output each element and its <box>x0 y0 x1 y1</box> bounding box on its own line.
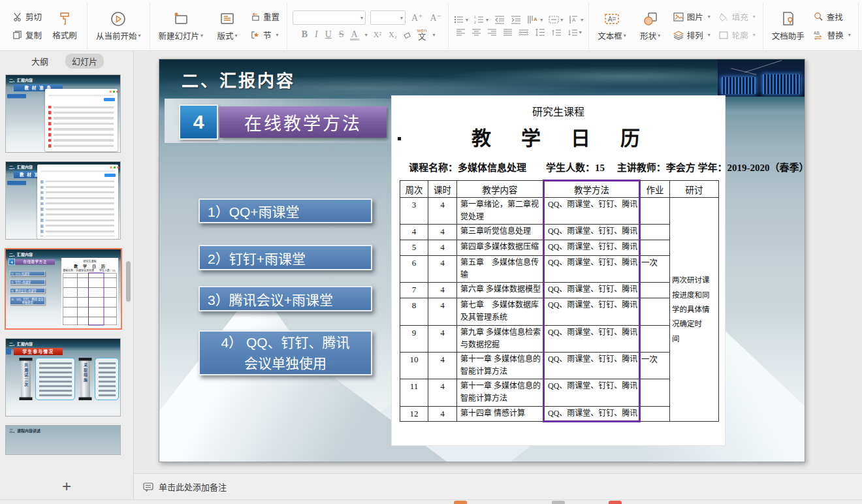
slide-thumbnail-3-selected[interactable]: 二、汇报内容 4 在线教学方法 1）QQ+雨课堂 2）钉钉+雨课堂 3）腾讯会议… <box>5 248 122 330</box>
fill-label: 填充 <box>732 10 748 23</box>
align-left-button[interactable] <box>456 28 466 37</box>
cell-content: 第三章听觉信息处理 <box>457 225 544 240</box>
cell-homework <box>640 283 670 298</box>
text-frame-button[interactable]: ▾ <box>549 15 563 24</box>
subscript-button[interactable]: X₂ <box>387 30 398 40</box>
decrease-indent-button[interactable] <box>494 15 505 24</box>
thumb3-method-2: 2）钉钉+雨课堂 <box>10 279 45 285</box>
reset-label: 重置 <box>263 10 279 23</box>
taskbar-app-1[interactable] <box>454 501 467 504</box>
section-button[interactable]: 节▾ <box>248 27 281 43</box>
thumbnail-scrollbar[interactable] <box>126 261 131 302</box>
character-spacing-button[interactable]: A▾ <box>569 15 583 24</box>
cell-week: 8 <box>400 298 428 325</box>
method-box-3[interactable]: 3）腾讯会议+雨课堂 <box>199 286 372 311</box>
building-2 <box>763 74 801 94</box>
cell-hours: 4 <box>428 225 457 240</box>
text-direction-icon: A <box>527 15 539 24</box>
italic-button[interactable]: I <box>313 29 319 40</box>
taskbar-app-2[interactable] <box>552 501 565 504</box>
new-slide-button[interactable]: 新建幻灯片▾ <box>155 9 207 43</box>
slide-thumbnail-4[interactable]: 二、汇报内容 学生参与情况 共测试三次 采取措施 <box>5 338 121 417</box>
method-box-2[interactable]: 2）钉钉+雨课堂 <box>199 245 372 270</box>
thumb3-highlight-column <box>88 273 104 326</box>
shapes-button[interactable]: 形状▾ <box>633 9 667 43</box>
align-right-icon <box>487 28 497 37</box>
thumb3-method-1: 1）QQ+雨课堂 <box>10 271 45 276</box>
method-box-1[interactable]: 1）QQ+雨课堂 <box>199 198 372 223</box>
superscript-button[interactable]: X² <box>372 30 383 40</box>
cell-homework <box>640 325 670 352</box>
header-week: 周次 <box>400 181 428 198</box>
para-space-after-button[interactable]: ▾ <box>567 28 582 37</box>
thumb4-scroll-left-text: 共测试三次 <box>23 363 29 399</box>
method-box-4[interactable]: 4） QQ、钉钉、腾讯 会议单独使用 <box>199 330 372 375</box>
cell-method: QQ、雨课堂、钉钉、腾讯 <box>544 225 640 240</box>
line-spacing-icon <box>535 28 545 37</box>
cell-homework <box>640 198 670 225</box>
copy-button[interactable]: 复制 <box>10 27 44 43</box>
notes-bar[interactable]: 单击此处添加备注 <box>134 473 862 499</box>
panel-tabs: 大纲 幻灯片 <box>0 51 133 71</box>
arrange-button[interactable]: 排列▾ <box>671 27 712 43</box>
topic-banner[interactable]: 在线教学方法 <box>219 106 387 138</box>
format-painter-button[interactable]: 格式刷 <box>48 10 82 42</box>
justify-button[interactable] <box>503 28 513 37</box>
tab-outline[interactable]: 大纲 <box>25 54 55 69</box>
bold-button[interactable]: B <box>300 29 309 40</box>
line-spacing-button[interactable] <box>535 28 545 37</box>
play-from-current-button[interactable]: 从当前开始▾ <box>93 9 144 43</box>
doc-assistant-button[interactable]: 文档助手 <box>769 9 808 43</box>
numbered-list-button[interactable]: 12▾ <box>474 15 488 24</box>
tab-slides[interactable]: 幻灯片 <box>65 54 104 69</box>
pinyin-guide-button[interactable]: wén文 <box>417 28 427 41</box>
grow-font-button[interactable]: A⁺ <box>410 12 424 24</box>
calendar-document-panel[interactable]: 研究生课程 教 学 日 历 课程名称：多媒体信息处理 学生人数：15 主讲教师：… <box>391 95 726 446</box>
number-badge[interactable]: 4 <box>179 104 218 140</box>
reset-button[interactable]: 重置 <box>248 9 281 25</box>
para-space-after-icon <box>567 28 578 37</box>
play-icon <box>110 10 127 27</box>
doc-assistant-icon <box>780 10 797 27</box>
layout-label: 版式 <box>217 29 234 42</box>
increase-indent-button[interactable] <box>511 15 521 24</box>
thumb3-course-info: 课程名称：多媒体信息处理 学生人数：15 主讲教师：李会方 学年：2019-20… <box>63 269 118 273</box>
slide-thumbnail-5[interactable]: 三、课程内容讲述 <box>5 425 121 455</box>
textbox-button[interactable]: A 文本框▾ <box>594 9 630 43</box>
cell-week: 7 <box>400 283 428 298</box>
text-direction-button[interactable]: A▾ <box>527 15 543 24</box>
thumb3-number-badge: 4 <box>8 259 15 265</box>
teaching-calendar-table[interactable]: 周次 课时 教学内容 教学方法 作业 研讨 34第一章绪论，第二章视觉处理QQ、… <box>400 180 719 422</box>
add-slide-button[interactable]: + <box>62 479 71 494</box>
thumbnail-list: 二、汇报内容 教 材 准 备 二、汇报内容 <box>0 71 133 473</box>
clear-format-icon[interactable] <box>403 30 413 40</box>
font-color-button[interactable]: A <box>350 29 359 40</box>
find-button[interactable]: 查找 <box>812 9 853 25</box>
align-center-button[interactable] <box>471 28 481 37</box>
slide-thumbnail-2[interactable]: 二、汇报内容 教 材 准 备 <box>5 161 121 240</box>
slide-canvas[interactable]: 二、汇报内容 4 在线教学方法 1）QQ+雨课堂 2）钉钉+雨课堂 3）腾讯会议… <box>159 59 805 462</box>
taskbar-app-3[interactable] <box>609 501 622 504</box>
para-space-before-button[interactable] <box>551 28 562 37</box>
shrink-font-button[interactable]: A⁻ <box>429 12 443 24</box>
bullet-list-button[interactable]: ▾ <box>454 15 468 24</box>
slide-thumbnail-1[interactable]: 二、汇报内容 教 材 准 备 <box>5 74 121 153</box>
thumb1-file-icons <box>48 106 52 148</box>
thumb3-method-4: 4） QQ、钉钉、腾讯 会议单独使用 <box>10 296 45 305</box>
slide-section-title[interactable]: 二、汇报内容 <box>182 67 295 91</box>
play-from-current-label: 从当前开始 <box>96 29 137 42</box>
font-size-combobox[interactable]: ▾ <box>370 10 406 25</box>
picture-button[interactable]: 图片▾ <box>671 9 712 25</box>
strikethrough-button[interactable]: S <box>338 29 345 40</box>
cut-button[interactable]: 剪切 <box>10 9 44 25</box>
replace-button[interactable]: AB 替换▾ <box>812 27 853 43</box>
underline-button[interactable]: U <box>324 29 333 40</box>
font-name-combobox[interactable]: ▾ <box>293 10 366 25</box>
layout-button[interactable]: 版式▾ <box>210 9 244 43</box>
cell-content: 第九章 多媒体信息检索与数据挖掘 <box>457 325 544 352</box>
replace-icon: AB <box>814 30 824 40</box>
align-right-button[interactable] <box>487 28 497 37</box>
distribute-button[interactable] <box>519 28 529 37</box>
cell-week: 3 <box>400 198 428 225</box>
thumb4-title: 二、汇报内容 <box>9 341 33 347</box>
